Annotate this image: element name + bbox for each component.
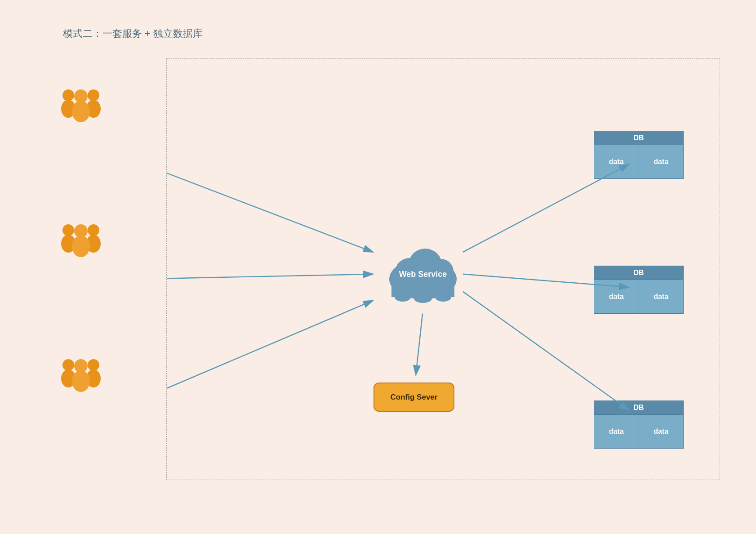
svg-point-5 xyxy=(72,101,90,122)
svg-point-0 xyxy=(62,89,74,101)
people-group-3 xyxy=(58,355,108,397)
db-header-2: DB xyxy=(594,266,684,280)
db-cell-3-1: data xyxy=(594,415,639,448)
db-data-row-3: data data xyxy=(594,415,684,449)
svg-point-12 xyxy=(62,359,74,371)
svg-point-23 xyxy=(395,293,411,302)
people-group-2 xyxy=(58,220,108,263)
db-data-row-2: data data xyxy=(594,280,684,314)
db-cell-3-2: data xyxy=(639,415,684,448)
db-cell-2-2: data xyxy=(639,280,684,313)
web-service-label: Web Service xyxy=(399,269,447,280)
svg-line-29 xyxy=(167,300,373,388)
svg-point-8 xyxy=(88,224,99,236)
svg-point-24 xyxy=(414,294,432,303)
svg-point-14 xyxy=(88,359,99,371)
svg-line-27 xyxy=(167,173,373,252)
svg-point-17 xyxy=(72,370,90,392)
svg-line-28 xyxy=(167,274,373,279)
svg-point-25 xyxy=(435,293,451,302)
svg-point-2 xyxy=(88,89,99,101)
db-box-2: DB data data xyxy=(594,266,684,314)
db-cell-1-1: data xyxy=(594,145,639,178)
db-box-1: DB data data xyxy=(594,131,684,179)
svg-line-33 xyxy=(416,314,422,375)
db-header-1: DB xyxy=(594,131,684,145)
db-data-row-1: data data xyxy=(594,145,684,179)
diagram-container: Web Service Config Sever DB data data DB… xyxy=(166,58,720,480)
svg-point-11 xyxy=(72,236,90,257)
db-cell-2-1: data xyxy=(594,280,639,313)
config-server-box: Config Sever xyxy=(374,383,454,412)
db-box-3: DB data data xyxy=(594,400,684,449)
web-service-cloud: Web Service xyxy=(374,234,472,315)
page-title: 模式二：一套服务 + 独立数据库 xyxy=(63,27,203,40)
svg-point-6 xyxy=(62,224,74,236)
people-group-1 xyxy=(58,85,108,128)
db-header-3: DB xyxy=(594,400,684,415)
db-cell-1-2: data xyxy=(639,145,684,178)
